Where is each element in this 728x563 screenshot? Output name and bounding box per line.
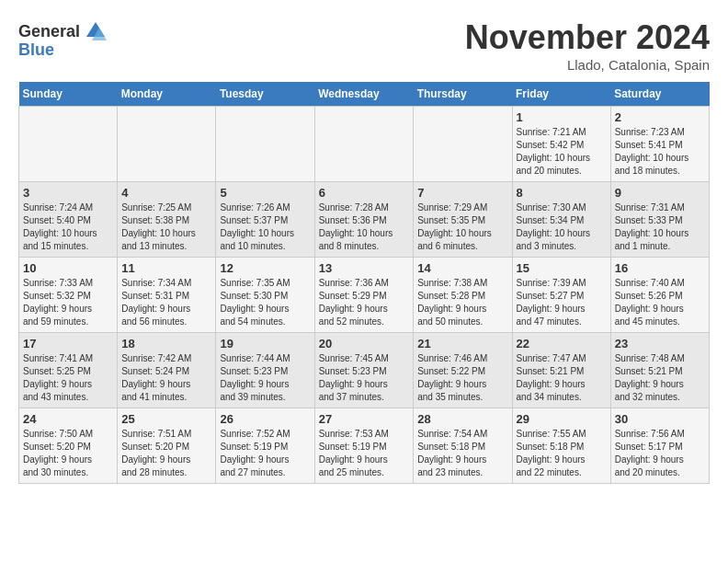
day-info: Sunrise: 7:40 AM Sunset: 5:26 PM Dayligh… <box>615 277 705 328</box>
calendar-cell: 7Sunrise: 7:29 AM Sunset: 5:35 PM Daylig… <box>414 182 512 258</box>
weekday-header-friday: Friday <box>512 82 610 107</box>
calendar-cell: 11Sunrise: 7:34 AM Sunset: 5:31 PM Dayli… <box>118 258 216 333</box>
day-info: Sunrise: 7:34 AM Sunset: 5:31 PM Dayligh… <box>121 277 211 328</box>
day-number: 24 <box>23 412 113 426</box>
day-info: Sunrise: 7:29 AM Sunset: 5:35 PM Dayligh… <box>417 201 507 253</box>
day-info: Sunrise: 7:41 AM Sunset: 5:25 PM Dayligh… <box>23 352 113 404</box>
day-info: Sunrise: 7:54 AM Sunset: 5:18 PM Dayligh… <box>417 428 507 479</box>
day-number: 17 <box>23 337 113 350</box>
day-info: Sunrise: 7:36 AM Sunset: 5:29 PM Dayligh… <box>319 277 410 328</box>
day-info: Sunrise: 7:48 AM Sunset: 5:21 PM Dayligh… <box>615 352 705 404</box>
calendar-week-1: 1Sunrise: 7:21 AM Sunset: 5:42 PM Daylig… <box>19 107 710 182</box>
logo: General Blue <box>18 18 108 60</box>
day-number: 30 <box>615 412 705 426</box>
calendar-cell: 10Sunrise: 7:33 AM Sunset: 5:32 PM Dayli… <box>19 258 118 333</box>
calendar-cell: 12Sunrise: 7:35 AM Sunset: 5:30 PM Dayli… <box>216 258 314 333</box>
day-number: 7 <box>417 186 507 200</box>
month-title: November 2024 <box>465 18 710 57</box>
calendar-cell <box>414 107 512 182</box>
day-info: Sunrise: 7:42 AM Sunset: 5:24 PM Dayligh… <box>121 352 211 404</box>
day-info: Sunrise: 7:26 AM Sunset: 5:37 PM Dayligh… <box>220 201 310 253</box>
day-info: Sunrise: 7:25 AM Sunset: 5:38 PM Dayligh… <box>121 201 211 253</box>
calendar-cell <box>216 107 314 182</box>
calendar-cell: 16Sunrise: 7:40 AM Sunset: 5:26 PM Dayli… <box>610 258 709 333</box>
day-number: 11 <box>121 261 211 275</box>
calendar-cell: 25Sunrise: 7:51 AM Sunset: 5:20 PM Dayli… <box>118 408 216 484</box>
calendar-cell: 29Sunrise: 7:55 AM Sunset: 5:18 PM Dayli… <box>512 408 610 484</box>
day-number: 25 <box>121 412 211 426</box>
calendar-cell: 24Sunrise: 7:50 AM Sunset: 5:20 PM Dayli… <box>19 408 118 484</box>
day-info: Sunrise: 7:50 AM Sunset: 5:20 PM Dayligh… <box>23 428 113 479</box>
day-number: 23 <box>615 337 705 350</box>
calendar-cell: 2Sunrise: 7:23 AM Sunset: 5:41 PM Daylig… <box>610 107 709 182</box>
weekday-header-saturday: Saturday <box>610 82 709 107</box>
calendar-body: 1Sunrise: 7:21 AM Sunset: 5:42 PM Daylig… <box>19 107 710 484</box>
day-info: Sunrise: 7:55 AM Sunset: 5:18 PM Dayligh… <box>517 428 607 479</box>
calendar-cell: 23Sunrise: 7:48 AM Sunset: 5:21 PM Dayli… <box>610 333 709 408</box>
calendar-cell: 20Sunrise: 7:45 AM Sunset: 5:23 PM Dayli… <box>314 333 414 408</box>
calendar-cell: 18Sunrise: 7:42 AM Sunset: 5:24 PM Dayli… <box>118 333 216 408</box>
page-header: General Blue November 2024 Llado, Catalo… <box>18 18 710 73</box>
calendar-week-2: 3Sunrise: 7:24 AM Sunset: 5:40 PM Daylig… <box>19 182 710 258</box>
day-number: 12 <box>220 261 310 275</box>
calendar-week-5: 24Sunrise: 7:50 AM Sunset: 5:20 PM Dayli… <box>19 408 710 484</box>
calendar-cell: 9Sunrise: 7:31 AM Sunset: 5:33 PM Daylig… <box>610 182 709 258</box>
calendar-week-4: 17Sunrise: 7:41 AM Sunset: 5:25 PM Dayli… <box>19 333 710 408</box>
day-number: 10 <box>23 261 113 275</box>
day-info: Sunrise: 7:24 AM Sunset: 5:40 PM Dayligh… <box>23 201 113 253</box>
day-number: 4 <box>121 186 211 200</box>
day-info: Sunrise: 7:23 AM Sunset: 5:41 PM Dayligh… <box>615 126 705 178</box>
calendar-cell: 14Sunrise: 7:38 AM Sunset: 5:28 PM Dayli… <box>414 258 512 333</box>
calendar-cell: 15Sunrise: 7:39 AM Sunset: 5:27 PM Dayli… <box>512 258 610 333</box>
day-number: 26 <box>220 412 310 426</box>
day-number: 22 <box>517 337 607 350</box>
calendar-cell: 19Sunrise: 7:44 AM Sunset: 5:23 PM Dayli… <box>216 333 314 408</box>
day-number: 16 <box>615 261 705 275</box>
calendar-cell <box>19 107 118 182</box>
calendar-cell: 8Sunrise: 7:30 AM Sunset: 5:34 PM Daylig… <box>512 182 610 258</box>
calendar-cell: 28Sunrise: 7:54 AM Sunset: 5:18 PM Dayli… <box>414 408 512 484</box>
day-number: 19 <box>220 337 310 350</box>
calendar-cell: 22Sunrise: 7:47 AM Sunset: 5:21 PM Dayli… <box>512 333 610 408</box>
day-info: Sunrise: 7:46 AM Sunset: 5:22 PM Dayligh… <box>417 352 507 404</box>
calendar-header: SundayMondayTuesdayWednesdayThursdayFrid… <box>19 82 710 107</box>
day-number: 6 <box>319 186 410 200</box>
day-info: Sunrise: 7:44 AM Sunset: 5:23 PM Dayligh… <box>220 352 310 404</box>
calendar-cell: 21Sunrise: 7:46 AM Sunset: 5:22 PM Dayli… <box>414 333 512 408</box>
day-info: Sunrise: 7:52 AM Sunset: 5:19 PM Dayligh… <box>220 428 310 479</box>
weekday-header-tuesday: Tuesday <box>216 82 314 107</box>
weekday-header-wednesday: Wednesday <box>314 82 414 107</box>
day-info: Sunrise: 7:21 AM Sunset: 5:42 PM Dayligh… <box>517 126 607 178</box>
day-info: Sunrise: 7:45 AM Sunset: 5:23 PM Dayligh… <box>319 352 410 404</box>
day-number: 20 <box>319 337 410 350</box>
day-info: Sunrise: 7:30 AM Sunset: 5:34 PM Dayligh… <box>517 201 607 253</box>
day-number: 13 <box>319 261 410 275</box>
calendar-cell: 26Sunrise: 7:52 AM Sunset: 5:19 PM Dayli… <box>216 408 314 484</box>
title-block: November 2024 Llado, Catalonia, Spain <box>465 18 710 73</box>
day-number: 5 <box>220 186 310 200</box>
day-info: Sunrise: 7:56 AM Sunset: 5:17 PM Dayligh… <box>615 428 705 479</box>
calendar-cell: 3Sunrise: 7:24 AM Sunset: 5:40 PM Daylig… <box>19 182 118 258</box>
day-info: Sunrise: 7:47 AM Sunset: 5:21 PM Dayligh… <box>517 352 607 404</box>
day-number: 15 <box>517 261 607 275</box>
day-number: 18 <box>121 337 211 350</box>
logo-general-text: General <box>18 22 80 41</box>
weekday-header-sunday: Sunday <box>19 82 118 107</box>
day-number: 21 <box>417 337 507 350</box>
weekday-header-row: SundayMondayTuesdayWednesdayThursdayFrid… <box>19 82 710 107</box>
day-number: 2 <box>615 110 705 124</box>
day-number: 8 <box>517 186 607 200</box>
day-info: Sunrise: 7:39 AM Sunset: 5:27 PM Dayligh… <box>517 277 607 328</box>
day-info: Sunrise: 7:38 AM Sunset: 5:28 PM Dayligh… <box>417 277 507 328</box>
weekday-header-thursday: Thursday <box>414 82 512 107</box>
calendar-cell: 5Sunrise: 7:26 AM Sunset: 5:37 PM Daylig… <box>216 182 314 258</box>
calendar-cell: 13Sunrise: 7:36 AM Sunset: 5:29 PM Dayli… <box>314 258 414 333</box>
location: Llado, Catalonia, Spain <box>465 57 710 73</box>
calendar-cell <box>314 107 414 182</box>
day-info: Sunrise: 7:53 AM Sunset: 5:19 PM Dayligh… <box>319 428 410 479</box>
day-info: Sunrise: 7:28 AM Sunset: 5:36 PM Dayligh… <box>319 201 410 253</box>
day-info: Sunrise: 7:51 AM Sunset: 5:20 PM Dayligh… <box>121 428 211 479</box>
day-number: 27 <box>319 412 410 426</box>
day-info: Sunrise: 7:35 AM Sunset: 5:30 PM Dayligh… <box>220 277 310 328</box>
day-number: 3 <box>23 186 113 200</box>
